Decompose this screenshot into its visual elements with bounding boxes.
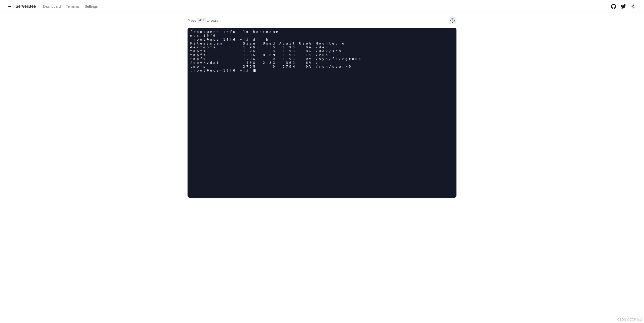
- search-hint-prefix: Press: [188, 19, 196, 22]
- main-container: Press ⌘ J to search. [root@ecs-10f6 ~]# …: [188, 13, 456, 204]
- terminal-line: [root@ecs-10f6 ~]#: [190, 68, 454, 72]
- search-shortcut-kbd: ⌘ J: [197, 18, 206, 23]
- github-icon[interactable]: [611, 4, 616, 9]
- terminal-line: tmpfs 1.9G 0 1.9G 0% /dev/shm: [190, 49, 454, 53]
- search-hint[interactable]: Press ⌘ J to search.: [188, 18, 222, 23]
- nav-dashboard[interactable]: Dashboard: [43, 4, 61, 8]
- nav-settings[interactable]: Settings: [85, 4, 98, 8]
- menu-icon: [8, 5, 13, 8]
- twitter-icon[interactable]: [621, 4, 626, 9]
- nav-terminal[interactable]: Terminal: [66, 4, 80, 8]
- terminal-line: tmpfs 1.9G 8.6M 1.9G 1% /run: [190, 53, 454, 57]
- theme-toggle-icon[interactable]: [631, 4, 636, 9]
- app-header: ServerBee Dashboard Terminal Settings: [0, 0, 644, 13]
- terminal-cursor: [253, 69, 256, 72]
- top-nav: Dashboard Terminal Settings: [43, 4, 98, 8]
- header-right: [611, 4, 636, 9]
- header-left: ServerBee Dashboard Terminal Settings: [8, 4, 98, 9]
- terminal-line: devtmpfs 1.9G 0 1.9G 0% /dev: [190, 45, 454, 49]
- terminal-line: [root@ecs-10f6 ~]# hostname: [190, 30, 454, 34]
- terminal-line: /dev/vda1 40G 2.3G 36G 6% /: [190, 61, 454, 65]
- terminal-line: ecs-10f6: [190, 34, 454, 38]
- terminal-line: Filesystem Size Used Avail Use% Mounted …: [190, 41, 454, 45]
- svg-point-1: [452, 20, 453, 21]
- brand-label: ServerBee: [15, 4, 36, 9]
- terminal-settings-button[interactable]: [449, 16, 456, 24]
- search-hint-suffix: to search.: [207, 19, 222, 22]
- brand[interactable]: ServerBee: [8, 4, 36, 9]
- svg-point-0: [632, 5, 634, 7]
- subbar: Press ⌘ J to search.: [188, 13, 456, 28]
- terminal-line: [root@ecs-10f6 ~]# df -h: [190, 38, 454, 41]
- terminal-line: tmpfs 1.9G 0 1.9G 0% /sys/fs/cgroup: [190, 57, 454, 61]
- terminal-line: tmpfs 379M 0 379M 0% /run/user/0: [190, 65, 454, 68]
- terminal-panel[interactable]: [root@ecs-10f6 ~]# hostnameecs-10f6[root…: [188, 28, 456, 198]
- gear-icon: [450, 18, 455, 23]
